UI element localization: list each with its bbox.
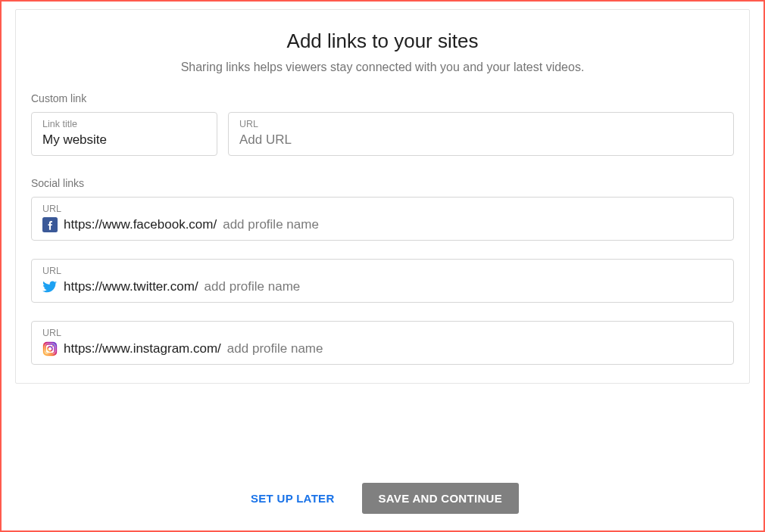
custom-link-title-field[interactable]: Link title [31,112,217,156]
svg-point-5 [52,345,54,347]
custom-link-url-input[interactable] [239,132,723,148]
social-link-url-label: URL [42,266,723,276]
social-link-prefix: https://www.instagram.com/ [64,341,221,356]
social-link-prefix: https://www.twitter.com/ [64,279,198,294]
social-link-twitter-input[interactable] [205,279,723,294]
custom-link-title-input[interactable] [42,132,206,148]
set-up-later-button[interactable]: SET UP LATER [246,484,339,512]
page-title: Add links to your sites [31,30,734,53]
window-frame: Add links to your sites Sharing links he… [0,0,765,532]
social-link-url-label: URL [42,204,723,214]
social-links-section-label: Social links [31,177,734,189]
twitter-icon [42,279,58,294]
custom-link-title-label: Link title [42,119,206,129]
social-link-twitter-field[interactable]: URL https://www.twitter.com/ [31,259,734,303]
instagram-icon [42,341,58,356]
social-link-facebook-input[interactable] [223,217,723,232]
custom-link-url-label: URL [239,119,723,129]
social-link-instagram-input[interactable] [227,341,723,356]
page-subtitle: Sharing links helps viewers stay connect… [31,61,734,74]
action-bar: SET UP LATER SAVE AND CONTINUE [2,483,763,514]
social-link-instagram-field[interactable]: URL https:/ [31,321,734,365]
custom-link-url-field[interactable]: URL [228,112,734,156]
social-link-prefix: https://www.facebook.com/ [64,217,217,232]
links-setup-card: Add links to your sites Sharing links he… [15,9,750,384]
custom-link-section-label: Custom link [31,92,734,104]
social-link-facebook-field[interactable]: URL https://www.facebook.com/ [31,197,734,241]
social-link-url-label: URL [42,328,723,338]
social-links-list: URL https://www.facebook.com/ URL https:… [31,197,734,365]
custom-link-row: Link title URL [31,112,734,156]
facebook-icon [42,217,58,232]
save-and-continue-button[interactable]: SAVE AND CONTINUE [362,483,519,514]
